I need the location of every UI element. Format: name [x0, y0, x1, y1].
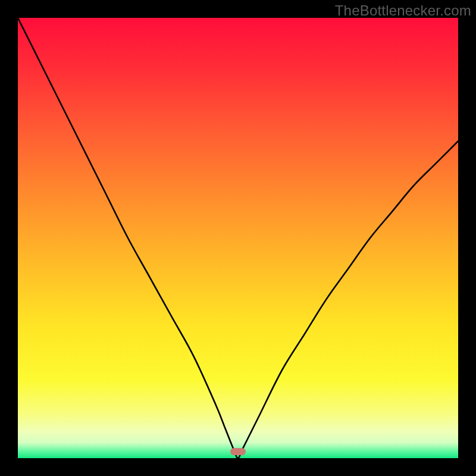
bottleneck-curve	[18, 18, 458, 458]
chart-frame: TheBottlenecker.com	[0, 0, 476, 476]
plot-area	[18, 18, 458, 458]
optimal-marker	[230, 448, 246, 455]
attribution-text: TheBottlenecker.com	[335, 2, 471, 19]
